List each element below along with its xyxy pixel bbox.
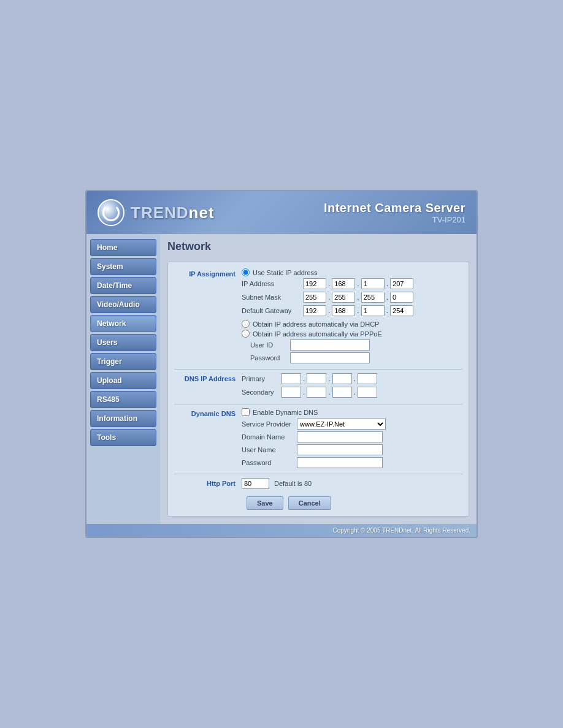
logo-net: net: [189, 203, 215, 222]
ip-oct1[interactable]: [303, 278, 326, 289]
dns-primary-group: . . .: [282, 373, 377, 384]
ip-oct4[interactable]: [390, 278, 413, 289]
sub-dot-1: .: [327, 293, 331, 301]
http-port-row: Default is 80: [242, 478, 462, 489]
pppoe-row: Obtain IP address automatically via PPPo…: [242, 330, 462, 338]
header-right: Internet Camera Server TV-IP201: [324, 201, 465, 224]
sub-oct2[interactable]: [332, 292, 355, 303]
logo-text: TRENDnet: [131, 203, 215, 222]
logo-area: TRENDnet: [98, 199, 215, 226]
ddns-enable-label: Enable Dynamic DNS: [253, 409, 318, 416]
dns-pri-oct1[interactable]: [282, 373, 301, 384]
dns-section: DNS IP Address Primary . . .: [174, 373, 462, 400]
ddns-username-input[interactable]: [297, 444, 383, 455]
form-panel: IP Assignment Use Static IP address IP A…: [167, 262, 469, 517]
cancel-button[interactable]: Cancel: [288, 496, 331, 510]
ip-address-label: IP Address: [242, 280, 303, 287]
dns-pri-dot2: .: [327, 374, 331, 383]
ddns-password-input[interactable]: [297, 457, 383, 468]
sidebar-item-home[interactable]: Home: [90, 239, 156, 256]
pppoe-userid-row: User ID: [250, 339, 462, 351]
app-subtitle: TV-IP201: [324, 215, 465, 224]
dns-pri-oct2[interactable]: [307, 373, 326, 384]
sidebar-item-rs485[interactable]: RS485: [90, 391, 156, 408]
ip-assignment-label: IP Assignment: [174, 268, 242, 278]
ip-assignment-section: IP Assignment Use Static IP address IP A…: [174, 268, 462, 365]
static-ip-radio[interactable]: [242, 268, 250, 276]
logo-trend: TREND: [131, 203, 189, 222]
ddns-section-label: Dynamic DNS: [174, 408, 242, 417]
dns-sec-oct1[interactable]: [282, 387, 301, 398]
subnet-group: . . .: [303, 292, 413, 303]
ddns-content: Enable Dynamic DNS Service Provider www.…: [242, 408, 462, 470]
gateway-label: Default Gateway: [242, 307, 303, 314]
sidebar-item-upload[interactable]: Upload: [90, 372, 156, 389]
ip-oct3[interactable]: [361, 278, 385, 289]
http-port-content: Default is 80: [242, 478, 462, 489]
static-ip-row: Use Static IP address: [242, 268, 462, 276]
ip-address-group: . . .: [303, 278, 413, 289]
ddns-provider-select[interactable]: www.EZ-IP.Net: [297, 419, 386, 430]
dns-sec-oct4[interactable]: [358, 387, 377, 398]
dns-sec-oct2[interactable]: [307, 387, 326, 398]
header: TRENDnet Internet Camera Server TV-IP201: [86, 191, 477, 234]
footer: Copyright © 2005 TRENDnet. All Rights Re…: [86, 524, 477, 537]
gateway-row: Default Gateway . . .: [242, 305, 462, 316]
sub-dot-2: .: [356, 293, 359, 301]
dns-sec-oct3[interactable]: [332, 387, 352, 398]
dns-primary-label: Primary: [242, 375, 282, 382]
dns-sec-dot1: .: [302, 388, 305, 396]
subnet-row: Subnet Mask . . .: [242, 292, 462, 303]
sidebar-item-datetime[interactable]: Date/Time: [90, 277, 156, 294]
sidebar-item-tools[interactable]: Tools: [90, 429, 156, 446]
pppoe-fields: User ID Password: [250, 339, 462, 363]
pppoe-password-row: Password: [250, 352, 462, 363]
page-title: Network: [167, 240, 469, 256]
sidebar-item-users[interactable]: Users: [90, 334, 156, 351]
dns-primary-row: Primary . . .: [242, 373, 462, 384]
save-button[interactable]: Save: [247, 496, 283, 510]
footer-text: Copyright © 2005 TRENDnet. All Rights Re…: [332, 527, 470, 534]
dns-pri-oct3[interactable]: [332, 373, 352, 384]
gw-dot-1: .: [327, 306, 331, 315]
gw-oct4[interactable]: [390, 305, 413, 316]
sidebar-item-trigger[interactable]: Trigger: [90, 353, 156, 370]
subnet-label: Subnet Mask: [242, 294, 303, 301]
sub-oct1[interactable]: [303, 292, 326, 303]
ddns-domain-row: Domain Name: [242, 431, 462, 442]
pppoe-label: Obtain IP address automatically via PPPo…: [253, 330, 382, 338]
ddns-password-label: Password: [242, 459, 297, 466]
gw-oct1[interactable]: [303, 305, 326, 316]
gw-dot-2: .: [356, 306, 359, 315]
ip-address-row: IP Address . . .: [242, 278, 462, 289]
pppoe-password-input[interactable]: [290, 352, 370, 363]
sidebar-item-videoaudio[interactable]: Video/Audio: [90, 296, 156, 313]
main-layout: Home System Date/Time Video/Audio Networ…: [86, 234, 477, 524]
pppoe-userid-input[interactable]: [290, 339, 370, 351]
pppoe-userid-label: User ID: [250, 341, 290, 349]
divider-1: [174, 369, 462, 370]
sidebar-item-information[interactable]: Information: [90, 410, 156, 427]
dns-sec-dot3: .: [353, 388, 356, 396]
sidebar: Home System Date/Time Video/Audio Networ…: [86, 234, 160, 524]
gw-oct3[interactable]: [361, 305, 385, 316]
gw-oct2[interactable]: [332, 305, 355, 316]
dns-pri-oct4[interactable]: [358, 373, 377, 384]
http-port-input[interactable]: [242, 478, 269, 489]
divider-2: [174, 404, 462, 404]
dns-label: DNS IP Address: [174, 373, 242, 382]
http-port-label: Http Port: [174, 478, 242, 487]
http-port-section: Http Port Default is 80: [174, 478, 462, 489]
dhcp-radio[interactable]: [242, 320, 250, 328]
ddns-username-row: User Name: [242, 444, 462, 455]
ip-dot-3: .: [386, 279, 389, 288]
sub-oct4[interactable]: [390, 292, 413, 303]
ip-dot-1: .: [327, 279, 331, 288]
sub-oct3[interactable]: [361, 292, 385, 303]
ddns-domain-input[interactable]: [297, 431, 383, 442]
sidebar-item-network[interactable]: Network: [90, 315, 156, 332]
pppoe-radio[interactable]: [242, 330, 250, 338]
ddns-enable-checkbox[interactable]: [242, 408, 250, 416]
sidebar-item-system[interactable]: System: [90, 258, 156, 275]
ip-oct2[interactable]: [332, 278, 355, 289]
